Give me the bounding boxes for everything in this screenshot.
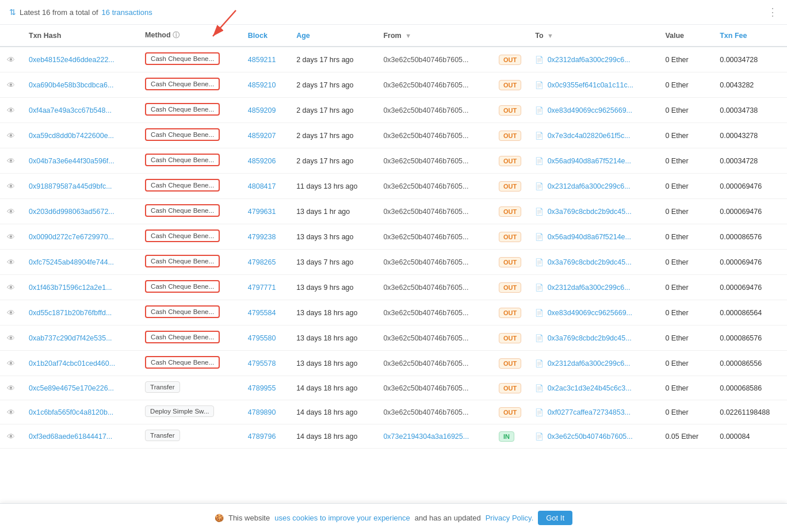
eye-icon[interactable]: 👁 — [7, 106, 15, 115]
to-address-link[interactable]: 0x2ac3c1d3e24b45c6c3... — [548, 384, 632, 392]
eye-icon[interactable]: 👁 — [7, 207, 15, 216]
block-link[interactable]: 4795584 — [248, 309, 276, 317]
eye-icon[interactable]: 👁 — [7, 81, 15, 90]
method-button[interactable]: Cash Cheque Bene... — [145, 305, 220, 318]
eye-icon[interactable]: 👁 — [7, 384, 15, 393]
method-button[interactable]: Transfer — [145, 381, 179, 393]
eye-icon[interactable]: 👁 — [7, 131, 15, 140]
method-button[interactable]: Cash Cheque Bene... — [145, 255, 220, 267]
method-button[interactable]: Cash Cheque Bene... — [145, 128, 220, 141]
txhash-link[interactable]: 0xab737c290d7f42e535... — [29, 334, 112, 342]
block-link[interactable]: 4859211 — [248, 56, 276, 64]
method-button[interactable]: Cash Cheque Bene... — [145, 52, 220, 65]
to-address-link[interactable]: 0x2312daf6a300c299c6... — [548, 284, 631, 292]
txhash-link[interactable]: 0x0090d272c7e6729970... — [29, 233, 114, 241]
total-transactions-link[interactable]: 16 transactions — [102, 8, 152, 17]
eye-icon[interactable]: 👁 — [7, 359, 15, 368]
method-button[interactable]: Cash Cheque Bene... — [145, 229, 220, 242]
more-options-icon[interactable]: ⋮ — [767, 6, 778, 18]
method-button[interactable]: Cash Cheque Bene... — [145, 204, 220, 217]
to-filter-icon[interactable]: ▼ — [547, 32, 553, 39]
method-info-icon[interactable]: ⓘ — [173, 31, 179, 39]
method-button[interactable]: Cash Cheque Bene... — [145, 103, 220, 116]
txhash-link[interactable]: 0xc5e89e4675e170e226... — [29, 384, 114, 392]
method-cell: Cash Cheque Bene... — [138, 174, 241, 199]
txhash-link[interactable]: 0x918879587a445d9bfc... — [29, 182, 112, 190]
doc-icon: 📄 — [535, 384, 544, 392]
txhash-link[interactable]: 0x203d6d998063ad5672... — [29, 208, 114, 216]
eye-icon[interactable]: 👁 — [7, 55, 15, 64]
to-address-link[interactable]: 0x56ad940d8a67f5214e... — [548, 157, 631, 165]
to-address-link[interactable]: 0x3a769c8cbdc2b9dc45... — [548, 258, 632, 266]
to-address-link[interactable]: 0xf0277caffea72734853... — [548, 408, 631, 416]
from-cell: 0x3e62c50b40746b7605... — [376, 275, 492, 300]
block-cell: 4808417 — [241, 174, 289, 199]
eye-icon[interactable]: 👁 — [7, 308, 15, 317]
table-row: 👁 0xf4aa7e49a3cc67b548... Cash Cheque Be… — [0, 98, 787, 123]
txhash-link[interactable]: 0xf3ed68aede61844417... — [29, 433, 112, 441]
txhash-link[interactable]: 0x1f463b71596c12a2e1... — [29, 284, 112, 292]
to-address-link[interactable]: 0x0c9355ef641c0a1c11c... — [548, 81, 633, 89]
block-link[interactable]: 4859207 — [248, 132, 276, 140]
block-link[interactable]: 4799238 — [248, 233, 276, 241]
table-row: 👁 0x1b20af74cbc01ced460... Cash Cheque B… — [0, 351, 787, 376]
method-button[interactable]: Cash Cheque Bene... — [145, 154, 220, 166]
block-link[interactable]: 4789796 — [248, 433, 276, 441]
direction-cell: OUT — [492, 400, 528, 424]
block-link[interactable]: 4859206 — [248, 157, 276, 165]
block-cell: 4859206 — [241, 148, 289, 174]
block-link[interactable]: 4795578 — [248, 359, 276, 368]
block-link[interactable]: 4789955 — [248, 384, 276, 392]
to-address-link[interactable]: 0x2312daf6a300c299c6... — [548, 182, 631, 190]
txhash-link[interactable]: 0xa59cd8dd0b7422600e... — [29, 132, 114, 140]
eye-icon[interactable]: 👁 — [7, 156, 15, 166]
eye-icon[interactable]: 👁 — [7, 232, 15, 242]
eye-icon[interactable]: 👁 — [7, 283, 15, 292]
method-button[interactable]: Deploy Simple Sw... — [145, 405, 214, 417]
eye-icon[interactable]: 👁 — [7, 182, 15, 191]
from-address: 0x3e62c50b40746b7605... — [383, 258, 468, 266]
eye-icon[interactable]: 👁 — [7, 334, 15, 343]
table-row: 👁 0x203d6d998063ad5672... Cash Cheque Be… — [0, 199, 787, 224]
eye-icon[interactable]: 👁 — [7, 432, 15, 441]
method-button[interactable]: Cash Cheque Bene... — [145, 78, 220, 90]
to-address-link[interactable]: 0x2312daf6a300c299c6... — [548, 359, 631, 368]
method-button[interactable]: Cash Cheque Bene... — [145, 280, 220, 293]
block-link[interactable]: 4797771 — [248, 284, 276, 292]
to-address-link[interactable]: 0x2312daf6a300c299c6... — [548, 56, 631, 64]
block-link[interactable]: 4808417 — [248, 182, 276, 190]
to-address-link[interactable]: 0xe83d49069cc9625669... — [548, 106, 632, 114]
to-address-link[interactable]: 0xe83d49069cc9625669... — [548, 309, 632, 317]
to-address-link[interactable]: 0x3a769c8cbdc2b9dc45... — [548, 334, 632, 342]
direction-cell: OUT — [492, 98, 528, 123]
method-button[interactable]: Cash Cheque Bene... — [145, 331, 220, 343]
to-address-link[interactable]: 0x3a769c8cbdc2b9dc45... — [548, 208, 632, 216]
block-link[interactable]: 4859209 — [248, 106, 276, 114]
eye-icon[interactable]: 👁 — [7, 408, 15, 417]
to-address-link[interactable]: 0x7e3dc4a02820e61f5c... — [548, 132, 631, 140]
txhash-link[interactable]: 0xfc75245ab48904fe744... — [29, 258, 114, 266]
transactions-table-container: ⇅ Latest 16 from a total of 16 transacti… — [0, 0, 787, 449]
from-filter-icon[interactable]: ▼ — [405, 32, 411, 39]
block-link[interactable]: 4798265 — [248, 258, 276, 266]
txhash-link[interactable]: 0xa690b4e58b3bcdbca6... — [29, 81, 113, 89]
txhash-link[interactable]: 0x1c6bfa565f0c4a8120b... — [29, 408, 113, 416]
block-link[interactable]: 4859210 — [248, 81, 276, 89]
block-link[interactable]: 4795580 — [248, 334, 276, 342]
txhash-link[interactable]: 0x04b7a3e6e44f30a596f... — [29, 157, 114, 165]
txhash-link[interactable]: 0x1b20af74cbc01ced460... — [29, 359, 115, 368]
from-address-link[interactable]: 0x73e2194304a3a16925... — [383, 433, 469, 441]
method-button[interactable]: Cash Cheque Bene... — [145, 356, 220, 369]
txhash-link[interactable]: 0xeb48152e4d6ddea222... — [29, 56, 114, 64]
to-address-link[interactable]: 0x3e62c50b40746b7605... — [548, 433, 633, 441]
block-link[interactable]: 4799631 — [248, 208, 276, 216]
eye-icon[interactable]: 👁 — [7, 258, 15, 267]
block-cell: 4789890 — [241, 400, 289, 424]
txhash-link[interactable]: 0xf4aa7e49a3cc67b548... — [29, 106, 112, 114]
value-cell: 0 Ether — [658, 300, 713, 326]
txhash-link[interactable]: 0xd55c1871b20b76fbffd... — [29, 309, 112, 317]
method-button[interactable]: Transfer — [145, 430, 179, 441]
method-button[interactable]: Cash Cheque Bene... — [145, 179, 220, 192]
to-address-link[interactable]: 0x56ad940d8a67f5214e... — [548, 233, 631, 241]
block-link[interactable]: 4789890 — [248, 408, 276, 416]
